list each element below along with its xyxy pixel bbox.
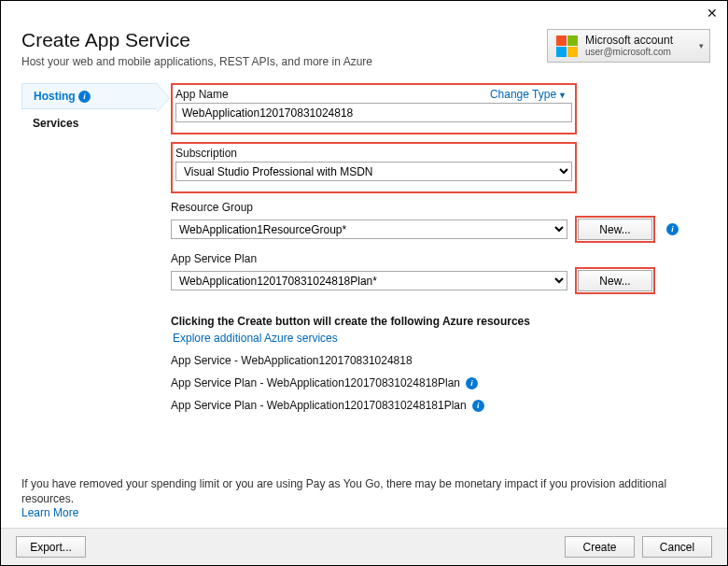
button-bar: Export... Create Cancel [1, 528, 727, 565]
account-email: user@microsoft.com [585, 47, 673, 58]
tab-services-label: Services [33, 117, 78, 130]
learn-more-link[interactable]: Learn More [21, 506, 78, 519]
change-type-link[interactable]: Change Type▼ [490, 88, 567, 101]
subscription-select[interactable]: Visual Studio Professional with MSDN [175, 162, 572, 181]
explore-services-link[interactable]: Explore additional Azure services [173, 332, 710, 345]
highlight-subscription: Subscription Visual Studio Professional … [171, 142, 577, 193]
info-icon[interactable]: i [466, 377, 478, 389]
close-icon[interactable]: ✕ [707, 7, 718, 20]
export-button[interactable]: Export... [16, 536, 86, 558]
resource-group-label: Resource Group [171, 201, 710, 214]
info-icon: i [78, 91, 91, 103]
resource-line-3: App Service Plan - WebApplication1201708… [171, 399, 467, 412]
tab-services[interactable]: Services [21, 111, 171, 135]
subscription-label: Subscription [175, 147, 572, 160]
cancel-button[interactable]: Cancel [642, 536, 712, 558]
page-title: Create App Service [21, 29, 372, 51]
app-service-plan-label: App Service Plan [171, 252, 710, 265]
dialog-header: Create App Service Host your web and mob… [1, 1, 727, 74]
resource-line-1: App Service - WebApplication120170831024… [171, 354, 413, 367]
info-icon[interactable]: i [472, 400, 484, 412]
tab-hosting[interactable]: Hosting i [21, 83, 157, 109]
highlight-new-rg: New... [575, 216, 655, 243]
resource-group-select[interactable]: WebApplication1ResourceGroup* [171, 219, 567, 239]
page-subtitle: Host your web and mobile applications, R… [21, 55, 372, 68]
chevron-down-icon: ▼ [558, 91, 567, 100]
highlight-app-name: App Name Change Type▼ [171, 83, 577, 134]
chevron-down-icon: ▾ [699, 41, 704, 50]
resource-line-2: App Service Plan - WebApplication1201708… [171, 376, 460, 389]
account-name: Microsoft account [585, 34, 673, 47]
new-app-service-plan-button[interactable]: New... [578, 270, 652, 291]
app-name-input[interactable] [175, 103, 572, 122]
microsoft-logo-icon [555, 35, 578, 57]
account-picker[interactable]: Microsoft account user@microsoft.com ▾ [547, 29, 710, 63]
footer-note: If you have removed your spending limit … [21, 477, 707, 521]
info-icon[interactable]: i [666, 223, 679, 235]
highlight-new-plan: New... [575, 267, 655, 294]
new-resource-group-button[interactable]: New... [578, 219, 652, 240]
create-button[interactable]: Create [565, 536, 635, 558]
resources-heading: Clicking the Create button will create t… [171, 315, 710, 328]
tab-hosting-label: Hosting [34, 90, 76, 103]
resources-summary: Clicking the Create button will create t… [171, 315, 710, 412]
side-tabs: Hosting i Services [21, 79, 171, 421]
app-service-plan-select[interactable]: WebApplication120170831024818Plan* [171, 271, 567, 290]
